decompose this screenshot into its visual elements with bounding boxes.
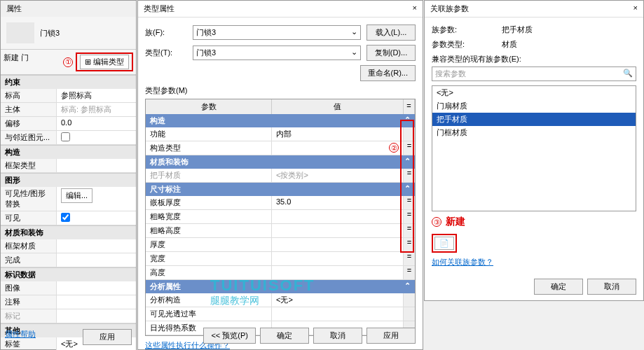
close-icon[interactable]: × <box>633 4 638 14</box>
close-icon[interactable]: × <box>413 4 417 14</box>
apply-button[interactable]: 应用 <box>366 328 416 344</box>
family-selector[interactable]: 门锁3 <box>1 17 136 50</box>
family-name: 门锁3 <box>40 28 60 38</box>
prop-row: 标高参照标高 <box>1 89 136 103</box>
ok-button[interactable]: 确定 <box>260 328 309 344</box>
search-input[interactable]: 搜索参数 🔍 <box>432 66 636 81</box>
param-list[interactable]: <无> 门扇材质 把手材质 门框材质 <box>432 85 636 211</box>
annotation-1: ① <box>63 57 73 67</box>
link-dialog-title: 关联族参数 <box>430 4 469 14</box>
annotation-2: ② <box>389 143 399 153</box>
type-dropdown[interactable]: 门锁3⌄ <box>193 46 361 60</box>
list-item[interactable]: 门扇材质 <box>432 99 636 113</box>
chevron-down-icon: ⌄ <box>351 48 357 58</box>
section-constraint: 约束 <box>1 75 136 89</box>
family-dropdown[interactable]: 门锁3⌄ <box>193 25 361 40</box>
type-dialog-title: 类型属性 <box>144 4 174 14</box>
associate-param-dialog: 关联族参数 × 族参数:把手材质 参数类型:材质 兼容类型的现有族参数(E): … <box>424 0 644 301</box>
preview-button[interactable]: << 预览(P) <box>203 328 256 344</box>
annotation-3: ③ <box>432 217 441 227</box>
new-param-button[interactable]: 📄 <box>434 237 454 250</box>
cancel-button[interactable]: 取消 <box>587 279 636 295</box>
howto-link[interactable]: 如何关联族参数？ <box>432 258 493 266</box>
prop-apply-button[interactable]: 应用 <box>83 329 132 345</box>
visible-checkbox[interactable] <box>61 213 70 222</box>
new-label: 新建 <box>446 216 465 228</box>
properties-title: 属性 <box>1 1 136 17</box>
duplicate-button[interactable]: 复制(D)... <box>366 45 416 61</box>
load-button[interactable]: 载入(L)... <box>366 24 416 41</box>
chevron-down-icon: ⌄ <box>351 27 357 38</box>
rename-button[interactable]: 重命名(R)... <box>360 65 416 81</box>
properties-panel: 属性 门锁3 新建 门 ① ⊞ 编辑类型 约束 标高参照标高 主体标高: 参照标… <box>0 0 137 350</box>
prop-help-link[interactable]: 属性帮助 <box>5 329 36 345</box>
edit-type-icon: ⊞ <box>85 57 91 66</box>
list-item[interactable]: 门框材质 <box>432 126 636 139</box>
family-thumb <box>6 22 34 43</box>
near-checkbox[interactable] <box>61 132 70 141</box>
new-label[interactable]: 新建 门 <box>4 52 29 71</box>
list-item[interactable]: 把手材质 <box>432 113 636 126</box>
edit-type-button[interactable]: ⊞ 编辑类型 <box>80 55 129 69</box>
type-properties-dialog: 类型属性 × 族(F): 门锁3⌄ 载入(L)... 类型(T): 门锁3⌄ 复… <box>137 0 423 350</box>
type-params-label: 类型参数(M) <box>145 85 416 96</box>
cat-construct: 构造⌃ <box>146 114 415 127</box>
ok-button[interactable]: 确定 <box>534 279 583 295</box>
new-icon: 📄 <box>439 239 449 248</box>
cancel-button[interactable]: 取消 <box>313 328 362 344</box>
vis-edit-button[interactable]: 编辑... <box>61 188 93 203</box>
list-item[interactable]: <无> <box>432 86 636 99</box>
type-param-table: 参数 值 = 构造⌃ 功能内部 构造类型②= 材质和装饰⌃ 把手材质<按类别>=… <box>145 99 416 336</box>
search-icon[interactable]: 🔍 <box>623 69 633 79</box>
